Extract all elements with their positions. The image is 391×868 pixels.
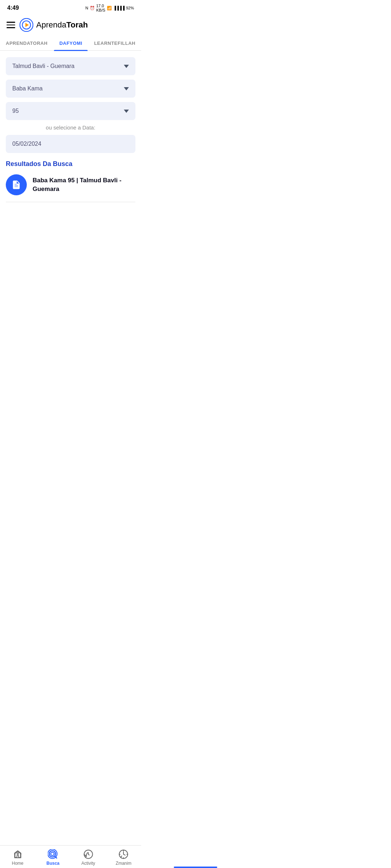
result-icon: [6, 174, 27, 195]
tab-bar: APRENDATORAH DAFYOMI LEARNTEFILLAH: [0, 37, 141, 51]
status-bar: 4:49 N ⏰ 17.0KB/S 📶 ▐▐▐▐ 92%: [0, 0, 141, 14]
alarm-icon: ⏰: [90, 6, 95, 10]
type-dropdown[interactable]: Talmud Bavli - Guemara: [6, 57, 135, 75]
result-item[interactable]: Baba Kama 95 | Talmud Bavli - Guemara: [6, 174, 135, 202]
signal-icon: ▐▐▐▐: [113, 6, 125, 10]
results-heading: Resultados Da Busca: [6, 160, 135, 168]
book-dropdown-arrow: [124, 87, 129, 90]
type-dropdown-arrow: [124, 65, 129, 68]
book-dropdown[interactable]: Baba Kama: [6, 80, 135, 98]
date-value: 05/02/2024: [12, 141, 41, 147]
page-dropdown-label: 95: [12, 108, 19, 114]
page-dropdown[interactable]: 95: [6, 102, 135, 120]
battery-text: 92%: [126, 6, 134, 10]
app-logo: AprendaTorah: [20, 18, 88, 32]
wifi-icon: 📶: [107, 6, 112, 10]
hamburger-menu[interactable]: [7, 22, 15, 28]
status-time: 4:49: [7, 5, 19, 11]
result-title: Baba Kama 95 | Talmud Bavli - Guemara: [33, 176, 135, 193]
tab-aprendatorah[interactable]: APRENDATORAH: [4, 37, 50, 50]
book-dropdown-label: Baba Kama: [12, 85, 43, 92]
date-input[interactable]: 05/02/2024: [6, 135, 135, 153]
type-dropdown-label: Talmud Bavli - Guemara: [12, 63, 75, 69]
page-dropdown-arrow: [124, 110, 129, 113]
logo-icon: [20, 18, 33, 32]
app-header: AprendaTorah: [0, 14, 141, 37]
main-content: Talmud Bavli - Guemara Baba Kama 95 ou s…: [0, 51, 141, 238]
data-speed: 17.0KB/S: [96, 4, 105, 12]
tab-learntefillah[interactable]: LEARNTEFILLAH: [92, 37, 138, 50]
status-icons: N ⏰ 17.0KB/S 📶 ▐▐▐▐ 92%: [85, 4, 134, 12]
logo-text: AprendaTorah: [36, 20, 88, 30]
date-separator-text: ou selecione a Data:: [6, 124, 135, 131]
tab-dafyomi[interactable]: DAFYOMI: [50, 37, 92, 50]
nfc-icon: N: [85, 6, 88, 10]
document-icon: [11, 180, 21, 190]
